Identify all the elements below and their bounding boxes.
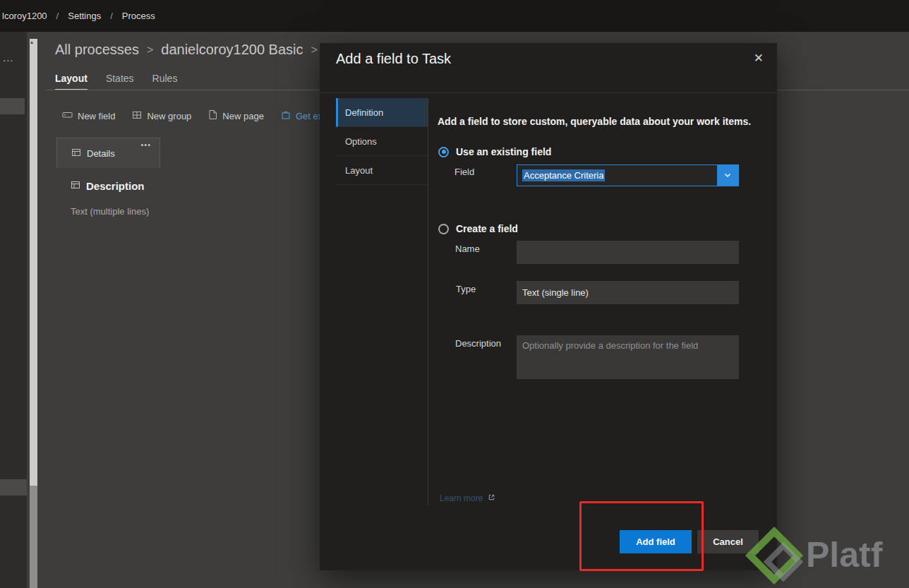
breadcrumb-all-processes[interactable]: All processes bbox=[55, 42, 139, 58]
layout-toolbar: New field New group New page Get exte bbox=[62, 109, 330, 122]
new-page-icon bbox=[208, 109, 217, 122]
topbar-crumb-process[interactable]: Process bbox=[122, 11, 155, 21]
dialog-nav-divider bbox=[428, 98, 428, 505]
new-group-label: New group bbox=[147, 111, 191, 121]
learn-more-link[interactable]: Learn more bbox=[440, 493, 495, 503]
create-field-radio-label[interactable]: Create a field bbox=[456, 223, 518, 234]
breadcrumb-separator: > bbox=[311, 44, 318, 56]
field-combobox[interactable]: Acceptance Criteria bbox=[517, 164, 739, 186]
top-bar: lcoroy1200 / Settings / Process bbox=[0, 0, 909, 32]
type-label: Type bbox=[456, 284, 476, 294]
cancel-button[interactable]: Cancel bbox=[697, 530, 759, 553]
dialog-header-divider bbox=[320, 92, 777, 93]
name-label: Name bbox=[455, 244, 480, 254]
breadcrumb: All processes > danielcoroy1200 Basic > … bbox=[55, 42, 340, 58]
screen: lcoroy1200 / Settings / Process ... ▴ Al… bbox=[0, 0, 909, 588]
external-link-icon bbox=[488, 493, 495, 503]
details-page-tab[interactable]: Details ••• bbox=[56, 138, 160, 168]
dialog-intro-text: Add a field to store custom, queryable d… bbox=[438, 116, 755, 127]
tab-rules[interactable]: Rules bbox=[152, 73, 178, 90]
dialog-nav-layout[interactable]: Layout bbox=[336, 156, 428, 185]
scrollbar-thumb[interactable]: ▴ bbox=[30, 39, 37, 486]
new-field-label: New field bbox=[78, 111, 115, 121]
new-group-icon bbox=[132, 110, 142, 122]
get-extensions-icon bbox=[281, 110, 291, 122]
sidebar-selected-item[interactable] bbox=[0, 98, 25, 114]
description-textarea[interactable] bbox=[517, 335, 739, 379]
details-tab-label: Details bbox=[87, 148, 115, 159]
type-dropdown[interactable]: Text (single line) bbox=[517, 281, 739, 304]
breadcrumb-process-name[interactable]: danielcoroy1200 Basic bbox=[161, 42, 303, 58]
dialog-nav-definition[interactable]: Definition bbox=[336, 98, 428, 127]
dialog-nav: Definition Options Layout bbox=[336, 98, 428, 185]
new-page-button[interactable]: New page bbox=[208, 109, 264, 122]
page-tabs: Layout States Rules bbox=[55, 73, 177, 90]
field-label: Field bbox=[454, 167, 474, 177]
new-page-label: New page bbox=[222, 111, 264, 121]
new-field-icon bbox=[62, 109, 73, 122]
description-group-header: Description bbox=[71, 180, 145, 192]
learn-more-label: Learn more bbox=[440, 493, 483, 503]
add-field-dialog: Add a field to Task ✕ Definition Options… bbox=[320, 43, 777, 570]
chevron-down-icon bbox=[723, 169, 732, 182]
existing-field-radio-label[interactable]: Use an existing field bbox=[456, 146, 551, 157]
description-group-title: Description bbox=[86, 180, 145, 192]
tab-states[interactable]: States bbox=[106, 73, 134, 90]
breadcrumb-separator: / bbox=[110, 11, 113, 21]
topbar-crumb-settings[interactable]: Settings bbox=[68, 11, 101, 21]
watermark-text: Platf bbox=[806, 534, 882, 575]
name-input[interactable] bbox=[517, 241, 739, 264]
tab-layout[interactable]: Layout bbox=[55, 73, 88, 90]
dialog-nav-options[interactable]: Options bbox=[336, 127, 428, 156]
details-icon bbox=[71, 148, 81, 160]
description-field-type: Text (multiple lines) bbox=[71, 206, 149, 217]
close-icon[interactable]: ✕ bbox=[752, 49, 766, 68]
create-field-radio[interactable] bbox=[438, 224, 449, 234]
new-field-button[interactable]: New field bbox=[62, 109, 115, 122]
description-label: Description bbox=[455, 338, 501, 349]
sidebar-bottom-item[interactable] bbox=[0, 479, 27, 496]
sidebar-overflow-icon[interactable]: ... bbox=[3, 52, 14, 64]
field-combobox-value[interactable]: Acceptance Criteria bbox=[517, 165, 717, 186]
scroll-up-icon[interactable]: ▴ bbox=[30, 39, 33, 45]
breadcrumb-separator: / bbox=[56, 11, 59, 21]
new-group-button[interactable]: New group bbox=[132, 110, 191, 122]
create-field-radio-row: Create a field bbox=[438, 223, 518, 234]
vertical-scrollbar[interactable]: ▴ bbox=[30, 39, 37, 588]
topbar-crumb-project[interactable]: lcoroy1200 bbox=[2, 11, 47, 21]
existing-field-radio-row: Use an existing field bbox=[438, 146, 551, 157]
dialog-title: Add a field to Task bbox=[336, 51, 451, 67]
breadcrumb-separator: > bbox=[147, 44, 153, 56]
field-dropdown-button[interactable] bbox=[717, 165, 738, 186]
field-selected-text: Acceptance Criteria bbox=[522, 169, 605, 181]
existing-field-radio[interactable] bbox=[438, 147, 449, 157]
left-sidebar: ... bbox=[0, 32, 27, 588]
description-group-icon bbox=[71, 180, 80, 192]
details-more-menu-icon[interactable]: ••• bbox=[140, 140, 151, 149]
add-field-button[interactable]: Add field bbox=[620, 530, 692, 553]
